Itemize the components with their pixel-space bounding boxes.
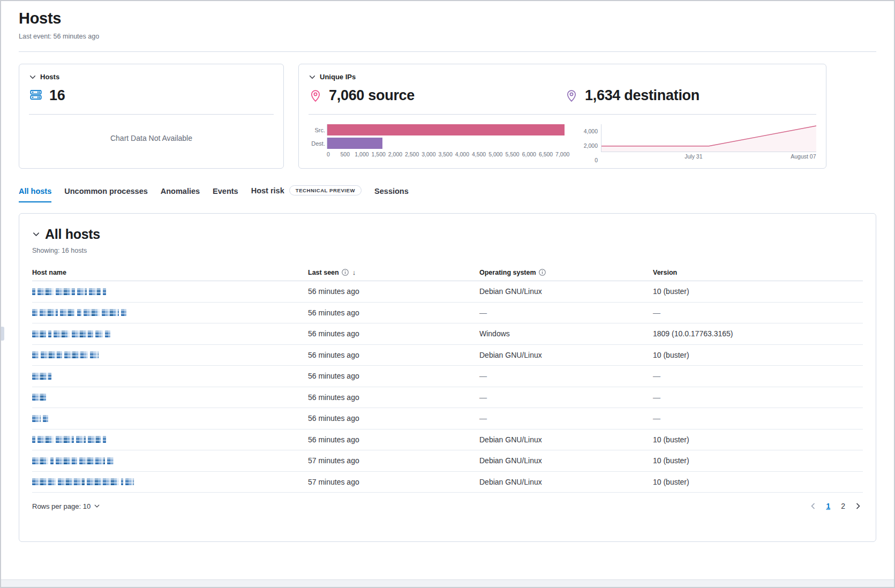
tab-anomalies[interactable]: Anomalies xyxy=(161,187,200,202)
table-row: 57 minutes agoDebian GNU/Linux10 (buster… xyxy=(32,472,863,493)
redacted-host-name xyxy=(32,288,308,295)
redacted-host-name xyxy=(32,309,308,316)
x-tick-label: 1,000 xyxy=(355,151,368,157)
y-tick-label: 4,000 xyxy=(584,128,598,134)
tab-label: Anomalies xyxy=(161,187,200,195)
x-tick-label: 3,000 xyxy=(422,151,435,157)
destination-ips-stat: 1,634 destination xyxy=(565,87,700,104)
x-tick-label: 6,500 xyxy=(539,151,553,157)
card-divider xyxy=(309,114,816,115)
version-cell: 10 (buster) xyxy=(653,435,863,444)
host-name-link[interactable] xyxy=(32,414,308,422)
last-seen-cell: 56 minutes ago xyxy=(308,351,479,359)
host-name-link[interactable] xyxy=(32,351,308,359)
unique-ips-card-header[interactable]: Unique IPs xyxy=(309,73,816,81)
operating-system-cell: — xyxy=(479,414,653,423)
version-cell: 1809 (10.0.17763.3165) xyxy=(653,329,863,338)
version-cell: 10 (buster) xyxy=(653,478,863,486)
table-row: 56 minutes agoWindows1809 (10.0.17763.31… xyxy=(32,323,863,345)
tab-label: Sessions xyxy=(374,187,409,195)
header-divider xyxy=(19,51,876,52)
map-pin-icon xyxy=(309,89,322,103)
chevron-down-icon xyxy=(94,503,100,509)
all-hosts-panel-header[interactable]: All hosts xyxy=(32,227,863,242)
info-icon[interactable] xyxy=(539,269,546,276)
host-name-link[interactable] xyxy=(32,288,308,295)
x-tick-label: 2,000 xyxy=(388,151,402,157)
last-seen-cell: 56 minutes ago xyxy=(308,414,479,423)
showing-count: Showing: 16 hosts xyxy=(32,247,863,254)
table-body: 56 minutes agoDebian GNU/Linux10 (buster… xyxy=(32,281,863,493)
column-header-host-name[interactable]: Host name xyxy=(32,269,308,276)
operating-system-cell: Debian GNU/Linux xyxy=(479,478,653,486)
redacted-host-name xyxy=(32,436,308,443)
column-header-version[interactable]: Version xyxy=(653,269,863,276)
tab-label: Events xyxy=(213,187,238,195)
x-tick-label: August 07 xyxy=(791,153,816,160)
next-page-icon[interactable] xyxy=(853,501,863,511)
x-tick-label: 0 xyxy=(327,151,330,157)
sort-descending-icon[interactable]: ↓ xyxy=(352,268,356,276)
source-ips-value: 7,060 source xyxy=(329,87,415,104)
area-chart-x-axis: July 31August 07 xyxy=(601,153,816,161)
host-name-link[interactable] xyxy=(32,372,308,380)
x-tick-label: 1,500 xyxy=(372,151,386,157)
x-tick-label: July 31 xyxy=(685,153,702,160)
column-header-last-seen[interactable]: Last seen ↓ xyxy=(308,268,479,276)
tab-all-hosts[interactable]: All hosts xyxy=(19,187,51,202)
card-divider xyxy=(29,114,274,115)
tab-label: All hosts xyxy=(19,187,51,195)
host-name-link[interactable] xyxy=(32,478,308,486)
unique-ips-card-title: Unique IPs xyxy=(320,73,356,81)
rows-per-page-button[interactable]: Rows per page: 10 xyxy=(32,502,100,510)
operating-system-cell: Debian GNU/Linux xyxy=(479,287,653,296)
server-icon xyxy=(29,88,43,104)
area-chart-plot xyxy=(601,124,816,152)
destination-ips-value: 1,634 destination xyxy=(585,87,700,104)
version-cell: 10 (buster) xyxy=(653,456,863,465)
redacted-host-name xyxy=(32,478,308,486)
tab-host-risk[interactable]: Host riskTECHNICAL PREVIEW xyxy=(251,185,362,202)
page-title: Hosts xyxy=(19,10,876,27)
bar-chart-x-axis: 05001,0001,5002,0002,5003,0003,5004,0004… xyxy=(328,151,565,159)
tab-sessions[interactable]: Sessions xyxy=(374,187,409,202)
chevron-down-icon xyxy=(309,73,316,81)
operating-system-cell: — xyxy=(479,308,653,317)
bottom-strip xyxy=(1,579,894,587)
source-ips-stat: 7,060 source xyxy=(309,87,565,104)
version-cell: 10 (buster) xyxy=(653,287,863,296)
all-hosts-table: Host name Last seen ↓ Operating system xyxy=(32,264,863,493)
version-cell: — xyxy=(653,308,863,317)
map-pin-icon xyxy=(565,89,578,103)
table-row: 56 minutes agoDebian GNU/Linux10 (buster… xyxy=(32,345,863,366)
tab-events[interactable]: Events xyxy=(213,187,238,202)
operating-system-cell: Debian GNU/Linux xyxy=(479,351,653,359)
previous-page-icon[interactable] xyxy=(808,501,818,511)
unique-ips-card: Unique IPs 7,060 source 1,634 destinatio… xyxy=(298,64,826,169)
host-name-link[interactable] xyxy=(32,436,308,443)
host-name-link[interactable] xyxy=(32,394,308,401)
technical-preview-badge: TECHNICAL PREVIEW xyxy=(289,185,362,195)
bar-src xyxy=(327,124,565,135)
host-name-link[interactable] xyxy=(32,457,308,464)
column-header-operating-system[interactable]: Operating system xyxy=(479,269,653,276)
redacted-host-name xyxy=(32,372,308,380)
area-chart-y-axis: 4,0002,0000 xyxy=(582,124,601,161)
bar-row: Dest. xyxy=(310,138,565,149)
info-icon[interactable] xyxy=(342,269,349,276)
table-row: 56 minutes ago—— xyxy=(32,366,863,387)
hosts-card-header[interactable]: Hosts xyxy=(29,73,274,81)
tab-uncommon-processes[interactable]: Uncommon processes xyxy=(64,187,148,202)
host-name-link[interactable] xyxy=(32,330,308,337)
last-event-text: Last event: 56 minutes ago xyxy=(19,33,876,40)
x-tick-label: 4,500 xyxy=(472,151,486,157)
all-hosts-title: All hosts xyxy=(45,227,100,242)
last-seen-cell: 57 minutes ago xyxy=(308,456,479,465)
chevron-down-icon xyxy=(29,73,36,81)
last-seen-cell: 56 minutes ago xyxy=(308,435,479,444)
operating-system-cell: Debian GNU/Linux xyxy=(479,435,653,444)
host-name-link[interactable] xyxy=(32,309,308,316)
page-number-1[interactable]: 1 xyxy=(823,501,833,511)
pagination: 1 2 xyxy=(808,501,863,511)
page-number-2[interactable]: 2 xyxy=(838,501,848,511)
